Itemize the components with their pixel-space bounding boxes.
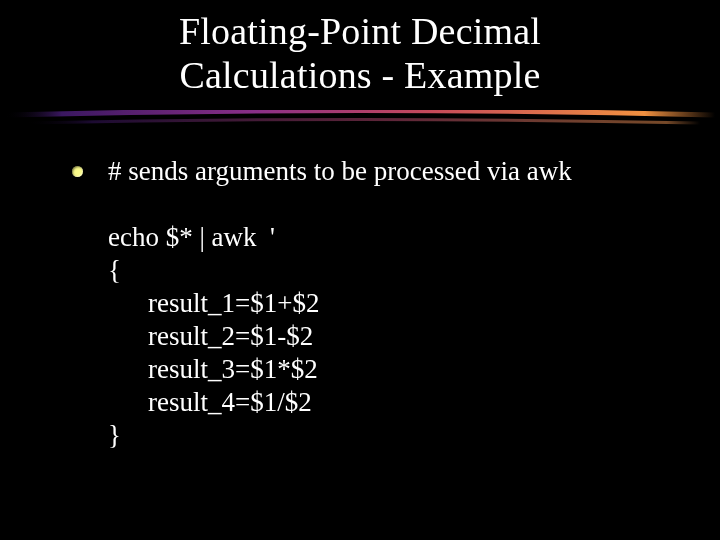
- bullet-icon: [72, 166, 83, 177]
- title-underline: [0, 110, 720, 134]
- code-text: result_1=$1+$2: [148, 288, 319, 318]
- code-text: result_4=$1/$2: [148, 387, 312, 417]
- slide-title: Floating-Point Decimal Calculations - Ex…: [0, 0, 720, 97]
- code-line: result_1=$1+$2: [108, 287, 648, 320]
- code-line: {: [108, 254, 648, 287]
- code-comment: # sends arguments to be processed via aw…: [108, 155, 648, 188]
- slide-body: # sends arguments to be processed via aw…: [108, 155, 648, 452]
- code-text: result_3=$1*$2: [148, 354, 318, 384]
- title-line-2: Calculations - Example: [179, 54, 540, 96]
- slide: Floating-Point Decimal Calculations - Ex…: [0, 0, 720, 540]
- code-line: result_3=$1*$2: [108, 353, 648, 386]
- title-line-1: Floating-Point Decimal: [179, 10, 541, 52]
- code-line: echo $* | awk ': [108, 221, 648, 254]
- code-line: result_2=$1-$2: [108, 320, 648, 353]
- code-line: result_4=$1/$2: [108, 386, 648, 419]
- code-line: }: [108, 419, 648, 452]
- code-text: result_2=$1-$2: [148, 321, 313, 351]
